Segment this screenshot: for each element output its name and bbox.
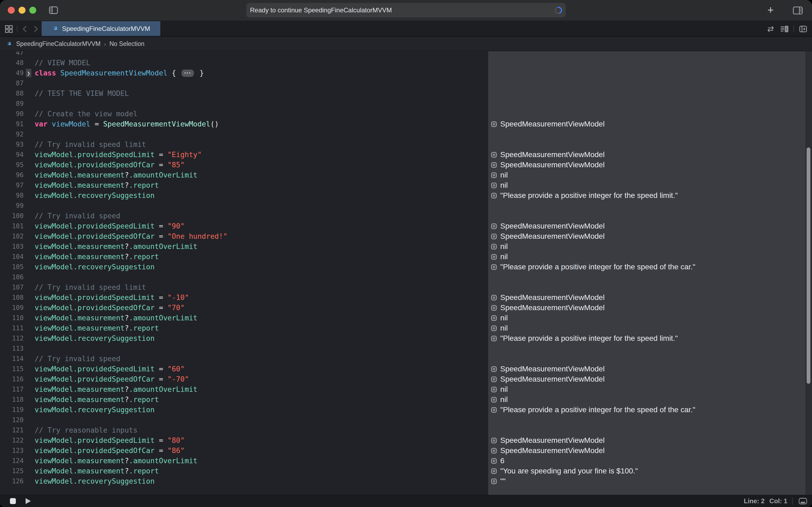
code-line-97[interactable]: 97viewModel.measurement?.report (0, 180, 488, 190)
code-line-87[interactable]: 87 (0, 78, 488, 88)
code-line-104[interactable]: 104viewModel.measurement?.report (0, 251, 488, 262)
code-line-123[interactable]: 123viewModel.providedSpeedOfCar = "86" (0, 446, 488, 456)
code-lines[interactable]: 4748// VIEW MODEL49❯class SpeedMeasureme… (0, 51, 488, 495)
show-result-icon[interactable] (491, 162, 497, 168)
code-line-90[interactable]: 90// Create the view model (0, 109, 488, 119)
show-result-icon[interactable] (491, 397, 497, 402)
code-line-88[interactable]: 88// TEST THE VIEW MODEL (0, 88, 488, 99)
show-result-icon[interactable] (491, 438, 497, 443)
code-line-101[interactable]: 101viewModel.providedSpeedLimit = "90" (0, 221, 488, 231)
code-line-105[interactable]: 105viewModel.recoverySuggestion (0, 262, 488, 272)
show-result-icon[interactable] (491, 264, 497, 270)
code-line-108[interactable]: 108viewModel.providedSpeedLimit = "-10" (0, 292, 488, 303)
breadcrumb-selection[interactable]: No Selection (110, 40, 144, 48)
fold-chevron-icon[interactable]: ❯ (26, 69, 32, 77)
scrollbar-thumb[interactable] (807, 148, 810, 384)
code-line-126[interactable]: 126viewModel.recoverySuggestion (0, 476, 488, 486)
code-fold-pill[interactable]: ••• (181, 69, 194, 77)
code-line-91[interactable]: 91var viewModel = SpeedMeasurementViewMo… (0, 119, 488, 129)
result-row-line-105: "Please provide a positive integer for t… (488, 262, 805, 272)
show-result-icon[interactable] (491, 387, 497, 392)
code-line-109[interactable]: 109viewModel.providedSpeedOfCar = "70" (0, 303, 488, 313)
code-line-99[interactable]: 99 (0, 201, 488, 211)
show-result-icon[interactable] (491, 193, 497, 199)
line-number: 106 (0, 272, 23, 282)
code-line-122[interactable]: 122viewModel.providedSpeedLimit = "80" (0, 435, 488, 446)
show-result-icon[interactable] (491, 152, 497, 158)
code-line-111[interactable]: 111viewModel.measurement?.report (0, 323, 488, 333)
code-line-89[interactable]: 89 (0, 99, 488, 109)
show-result-icon[interactable] (491, 458, 497, 464)
code-line-107[interactable]: 107// Try invalid speed limit (0, 282, 488, 292)
swap-source-icon[interactable] (766, 24, 775, 34)
show-result-icon[interactable] (491, 305, 497, 311)
code-line-102[interactable]: 102viewModel.providedSpeedOfCar = "One h… (0, 231, 488, 241)
show-result-icon[interactable] (491, 121, 497, 127)
show-result-icon[interactable] (491, 468, 497, 474)
code-line-94[interactable]: 94viewModel.providedSpeedLimit = "Eighty… (0, 150, 488, 160)
token-plain: = (90, 120, 103, 128)
line-number: 47 (0, 51, 23, 58)
show-result-icon[interactable] (491, 223, 497, 229)
toggle-debug-area-icon[interactable] (798, 497, 808, 506)
editor-options-icon[interactable] (779, 24, 790, 34)
show-result-icon[interactable] (491, 315, 497, 321)
code-line-48[interactable]: 48// VIEW MODEL (0, 58, 488, 68)
go-back-chevron-icon[interactable] (21, 25, 28, 33)
code-line-113[interactable]: 113 (0, 343, 488, 354)
code-line-119[interactable]: 119viewModel.recoverySuggestion (0, 405, 488, 415)
code-line-103[interactable]: 103viewModel.measurement?.amountOverLimi… (0, 241, 488, 251)
code-line-124[interactable]: 124viewModel.measurement?.amountOverLimi… (0, 456, 488, 466)
code-line-115[interactable]: 115viewModel.providedSpeedLimit = "60" (0, 364, 488, 374)
show-result-icon[interactable] (491, 478, 497, 484)
zoom-window-button[interactable] (29, 7, 36, 14)
token-prop: viewModel.measurement (35, 252, 125, 261)
show-result-icon[interactable] (491, 377, 497, 382)
add-editor-split-icon[interactable] (798, 24, 808, 34)
tab-overview-grid-icon[interactable] (4, 24, 13, 34)
line-number: 120 (0, 415, 23, 425)
show-result-icon[interactable] (491, 254, 497, 260)
code-line-118[interactable]: 118viewModel.measurement?.report (0, 394, 488, 405)
code-line-121[interactable]: 121// Try reasonable inputs (0, 425, 488, 435)
go-forward-chevron-icon[interactable] (32, 25, 39, 33)
toggle-left-sidebar-icon[interactable] (48, 5, 59, 15)
code-line-116[interactable]: 116viewModel.providedSpeedOfCar = "-70" (0, 374, 488, 384)
toggle-right-inspector-icon[interactable] (792, 5, 804, 16)
token-str: "-70" (168, 375, 189, 383)
line-number: 49 (0, 68, 23, 78)
show-result-icon[interactable] (491, 295, 497, 300)
show-result-icon[interactable] (491, 336, 497, 341)
code-line-47[interactable]: 47 (0, 51, 488, 58)
code-line-120[interactable]: 120 (0, 415, 488, 425)
code-line-106[interactable]: 106 (0, 272, 488, 282)
show-result-icon[interactable] (491, 407, 497, 413)
code-line-95[interactable]: 95viewModel.providedSpeedOfCar = "85" (0, 160, 488, 170)
code-line-112[interactable]: 112viewModel.recoverySuggestion (0, 333, 488, 343)
new-tab-button[interactable]: + (767, 4, 773, 16)
code-line-92[interactable]: 92 (0, 129, 488, 139)
play-icon[interactable] (24, 498, 32, 505)
code-line-114[interactable]: 114// Try invalid speed (0, 354, 488, 364)
code-line-125[interactable]: 125viewModel.measurement?.report (0, 466, 488, 476)
code-line-100[interactable]: 100// Try invalid speed (0, 211, 488, 221)
show-result-icon[interactable] (491, 244, 497, 249)
show-result-icon[interactable] (491, 326, 497, 331)
code-line-98[interactable]: 98viewModel.recoverySuggestion (0, 190, 488, 201)
stop-icon[interactable] (10, 498, 16, 504)
show-result-icon[interactable] (491, 448, 497, 454)
show-result-icon[interactable] (491, 183, 497, 188)
activity-viewer[interactable]: Ready to continue SpeedingFineCalculator… (246, 3, 566, 17)
code-line-49[interactable]: 49❯class SpeedMeasurementViewModel { •••… (0, 68, 488, 78)
tab-speedingfinecalculatormvvm[interactable]: SpeedingFineCalculatorMVVM (42, 21, 160, 36)
code-line-96[interactable]: 96viewModel.measurement?.amountOverLimit (0, 170, 488, 180)
minimize-window-button[interactable] (18, 7, 25, 14)
code-line-93[interactable]: 93// Try invalid speed limit (0, 139, 488, 150)
code-line-110[interactable]: 110viewModel.measurement?.amountOverLimi… (0, 313, 488, 323)
close-window-button[interactable] (8, 7, 15, 14)
code-line-117[interactable]: 117viewModel.measurement?.amountOverLimi… (0, 384, 488, 394)
show-result-icon[interactable] (491, 172, 497, 178)
show-result-icon[interactable] (491, 366, 497, 372)
breadcrumb-project[interactable]: SpeedingFineCalculatorMVVM (16, 40, 101, 48)
show-result-icon[interactable] (491, 234, 497, 239)
